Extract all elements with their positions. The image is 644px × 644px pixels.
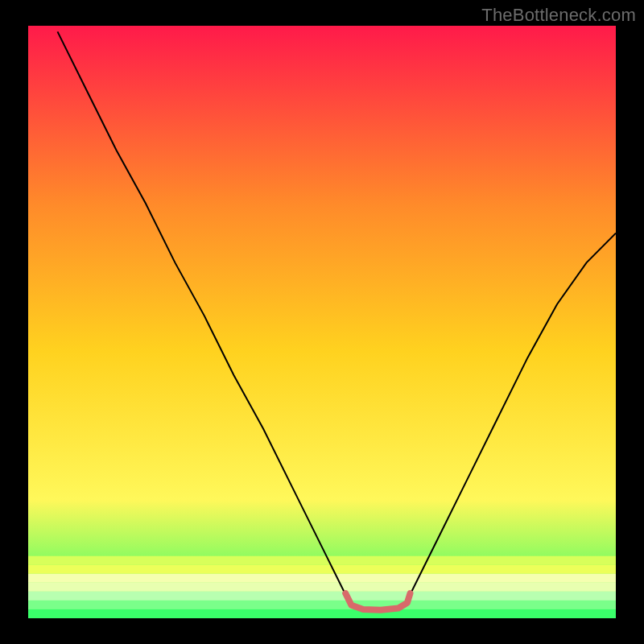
band <box>28 565 616 574</box>
band <box>28 592 616 601</box>
gradient-background <box>28 26 616 618</box>
band <box>28 601 616 609</box>
band <box>28 556 616 565</box>
plot-svg <box>28 26 616 618</box>
band <box>28 583 616 592</box>
chart-container: TheBottleneck.com <box>0 0 644 644</box>
band <box>28 574 616 583</box>
plot-area <box>28 26 616 618</box>
band <box>28 609 616 618</box>
watermark-text: TheBottleneck.com <box>481 5 636 26</box>
bottom-bands <box>28 556 616 618</box>
